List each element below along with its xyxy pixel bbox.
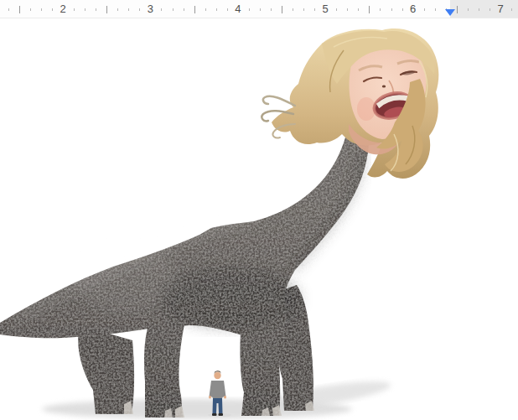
ruler-tick (106, 6, 107, 13)
document-image[interactable] (0, 0, 518, 420)
man-hand (209, 396, 211, 399)
ruler-tick (347, 8, 348, 11)
ruler-tick (184, 8, 184, 11)
ruler-tick (468, 8, 469, 11)
man-shoe (212, 413, 217, 416)
ruler-tick (117, 8, 118, 11)
ruler-tick (96, 8, 96, 11)
ruler-margin-area (450, 0, 518, 18)
ruler-number: 7 (497, 0, 503, 18)
ruler-tick (402, 8, 403, 11)
man-hand (224, 396, 226, 399)
ruler-tick (249, 8, 250, 11)
brachiosaurus (0, 137, 369, 417)
ruler-tick (173, 8, 174, 11)
man-shoe (219, 413, 224, 416)
ruler-tick (227, 8, 228, 11)
ruler-tick (194, 6, 195, 13)
ruler-tick (85, 8, 85, 11)
ruler[interactable]: 234567 (0, 0, 518, 18)
ruler-tick (52, 8, 53, 11)
ruler-number: 2 (60, 0, 65, 18)
man-shirt (210, 381, 226, 398)
ruler-tick (303, 8, 304, 11)
dinosaur-hind-leg-near (144, 320, 185, 417)
ruler-tick (457, 6, 458, 13)
ruler-tick (479, 8, 479, 11)
ruler-number: 5 (323, 0, 329, 18)
nostril (382, 85, 386, 87)
tab-stop-marker[interactable] (445, 9, 455, 16)
ruler-tick (74, 8, 75, 11)
ruler-tick (30, 8, 31, 11)
ruler-number: 3 (148, 0, 153, 18)
dinosaur-hind-leg-far (78, 325, 134, 414)
ruler-tick (216, 8, 217, 11)
ruler-tick (8, 8, 9, 11)
ruler-tick (19, 6, 20, 13)
ruler-tick (41, 8, 42, 11)
document-window: 234567 (0, 0, 518, 420)
ruler-tick (282, 6, 282, 13)
ruler-tick (391, 8, 392, 11)
ruler-tick (205, 8, 206, 11)
ruler-tick (314, 8, 315, 11)
hip-highlight (74, 243, 178, 314)
ruler-tick (336, 8, 337, 11)
ruler-tick (435, 8, 436, 11)
ruler-number: 4 (235, 0, 241, 18)
man-head (214, 372, 220, 379)
ruler-tick (490, 8, 490, 11)
ruler-tick (293, 8, 293, 11)
ruler-tick (424, 8, 425, 11)
ruler-tick (161, 8, 162, 11)
ruler-tick (260, 8, 261, 11)
ruler-tick (139, 8, 140, 11)
ruler-tick (358, 8, 359, 11)
ruler-tick (369, 6, 370, 13)
ruler-tick (511, 8, 512, 11)
ruler-number: 6 (410, 0, 416, 18)
ruler-tick (128, 8, 129, 11)
ruler-tick (271, 8, 272, 11)
belly-shadow (159, 267, 302, 330)
ruler-tick (380, 8, 381, 11)
